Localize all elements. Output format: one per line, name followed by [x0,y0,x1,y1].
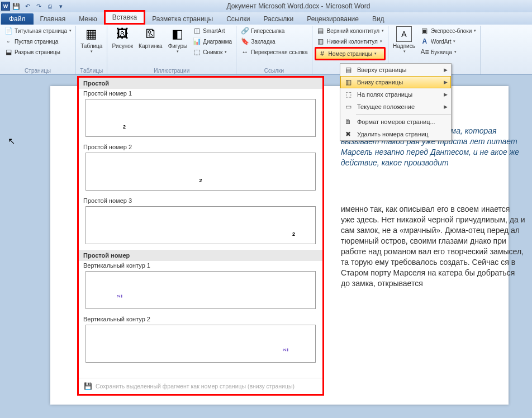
chart-icon: 📊 [192,37,201,46]
save-icon[interactable]: 💾 [11,1,21,11]
dropcap-icon: A≡ [420,48,429,56]
page-break-icon: ⬓ [4,48,13,56]
crossref-icon: ↔ [240,48,249,56]
tab-review[interactable]: Рецензирование [300,13,365,25]
footer-icon: ▥ [316,37,325,46]
header-icon: ▤ [316,26,325,35]
page-number-gallery: Простой Простой номер 1 2 Простой номер … [77,76,324,396]
remove-icon: ✖ [344,130,353,139]
gallery-header-simple: Простой [79,78,322,89]
clipart-icon: 🖻 [142,26,158,42]
bookmark-icon: 🔖 [240,37,249,46]
title-page-button[interactable]: 📄Титульная страница▾ [2,26,73,36]
gallery-item-vert2[interactable]: 2 [86,325,316,363]
page-number-icon: # [318,49,327,58]
dd-remove-numbers[interactable]: ✖Удалить номера страниц [340,128,451,140]
dd-separator [356,114,451,115]
group-label-tables: Таблицы [78,67,104,74]
screenshot-button[interactable]: ⬚Снимок▾ [191,47,234,57]
wordart-icon: A [420,37,429,46]
undo-icon[interactable]: ↶ [22,1,32,11]
tab-menu[interactable]: Меню [72,13,103,25]
tab-mailings[interactable]: Рассылки [256,13,300,25]
word-icon: W [1,2,10,11]
smartart-icon: ◫ [192,26,201,35]
tab-file[interactable]: Файл [1,13,34,25]
group-tables: ▦ Таблица▾ Таблицы [76,26,107,74]
blank-page-icon: ▫ [4,37,13,46]
screenshot-icon: ⬚ [192,48,201,56]
smartart-button[interactable]: ◫SmartArt [191,26,234,36]
document-text-body: именно так, как описывал его в своем ина… [341,204,525,289]
footer-button[interactable]: ▥Нижний колонтитул▾ [315,36,386,46]
blank-page-button[interactable]: ▫Пустая страница [2,36,73,46]
current-pos-icon: ▭ [344,102,353,111]
page-number-button[interactable]: #Номер страницы▾ [315,47,386,60]
page-break-button[interactable]: ⬓Разрыв страницы [2,47,73,57]
tab-insert[interactable]: Вставка [104,10,146,25]
gallery-item-vert1[interactable]: 2 [86,271,316,309]
format-icon: 🗎 [344,117,353,126]
titlebar: W 💾 ↶ ↷ ⎙ ▾ Документ Microsoft Word.docx… [0,0,532,12]
textbox-button[interactable]: AНадпись▾ [391,26,417,54]
gallery-item-2-title: Простой номер 2 [79,142,322,151]
hyperlink-button[interactable]: 🔗Гиперссылка [239,26,309,36]
textbox-icon: A [396,26,412,42]
shapes-icon: ◧ [170,26,186,42]
dropcap-button[interactable]: A≡Буквица▾ [419,47,478,57]
gallery-item-vert1-title: Вертикальный контур 1 [79,261,322,270]
gallery-item-vert2-title: Вертикальный контур 2 [79,315,322,324]
gallery-footer: 💾 Сохранить выделенный фрагмент как номе… [79,378,322,394]
dd-page-margins[interactable]: ⬚На полях страницы▶ [340,88,451,101]
tab-home[interactable]: Главная [34,13,73,25]
gallery-item-2[interactable]: 2 [86,153,316,191]
gallery-item-3[interactable]: 2 [86,206,316,244]
group-illustrations: 🖼Рисунок 🖻Картинка ◧Фигуры▾ ◫SmartArt 📊Д… [107,26,236,74]
margins-icon: ⬚ [344,90,353,99]
gallery-header-section2: Простой номер [79,250,322,261]
tab-references[interactable]: Ссылки [220,13,256,25]
qat-dropdown-icon[interactable]: ▾ [56,1,66,11]
dd-bottom-of-page[interactable]: ▥Внизу страницы▶ [340,76,451,88]
table-button[interactable]: ▦ Таблица▾ [78,26,104,54]
quick-access-toolbar: 💾 ↶ ↷ ⎙ ▾ [11,1,66,11]
ribbon-tabs: Файл Главная Меню Вставка Разметка стран… [0,12,532,25]
picture-icon: 🖼 [115,26,130,42]
redo-icon[interactable]: ↷ [34,1,44,11]
group-pages: 📄Титульная страница▾ ▫Пустая страница ⬓Р… [0,26,76,74]
ribbon: 📄Титульная страница▾ ▫Пустая страница ⬓Р… [0,25,532,75]
bottom-page-icon: ▥ [344,78,353,87]
save-fragment-icon: 💾 [83,382,92,391]
table-icon: ▦ [84,26,99,42]
group-label-links: Ссылки [239,67,309,74]
group-label-pages: Страницы [2,67,73,74]
dd-current-position[interactable]: ▭Текущее положение▶ [340,101,451,113]
header-button[interactable]: ▤Верхний колонтитул▾ [315,26,386,36]
quickparts-button[interactable]: ▣Экспресс-блоки▾ [419,26,478,36]
gallery-footer-text: Сохранить выделенный фрагмент как номер … [96,383,294,390]
dd-top-of-page[interactable]: ▤Вверху страницы▶ [340,64,451,76]
gallery-item-1[interactable]: 2 [86,99,316,137]
quickparts-icon: ▣ [420,26,429,35]
picture-button[interactable]: 🖼Рисунок [110,26,135,50]
print-icon[interactable]: ⎙ [45,1,55,11]
wordart-button[interactable]: AWordArt▾ [419,36,478,46]
hyperlink-icon: 🔗 [240,26,249,35]
gallery-item-3-title: Простой номер 3 [79,196,322,205]
tab-layout[interactable]: Разметка страницы [145,13,220,25]
dd-format-numbers[interactable]: 🗎Формат номеров страниц... [340,116,451,128]
group-links: 🔗Гиперссылка 🔖Закладка ↔Перекрестная ссы… [236,26,312,74]
chart-button[interactable]: 📊Диаграмма [191,36,234,46]
window-title: Документ Microsoft Word.docx - Microsoft… [66,2,531,10]
clipart-button[interactable]: 🖻Картинка [136,26,165,50]
gallery-item-1-title: Простой номер 1 [79,89,322,98]
title-page-icon: 📄 [4,26,13,35]
tab-view[interactable]: Вид [365,13,391,25]
page-number-dropdown: ▤Вверху страницы▶ ▥Внизу страницы▶ ⬚На п… [340,63,452,141]
top-page-icon: ▤ [344,65,353,74]
mouse-cursor-icon: ↖ [8,136,15,146]
bookmark-button[interactable]: 🔖Закладка [239,36,309,46]
crossref-button[interactable]: ↔Перекрестная ссылка [239,47,309,57]
group-label-illustrations: Иллюстрации [110,67,234,74]
shapes-button[interactable]: ◧Фигуры▾ [166,26,189,54]
